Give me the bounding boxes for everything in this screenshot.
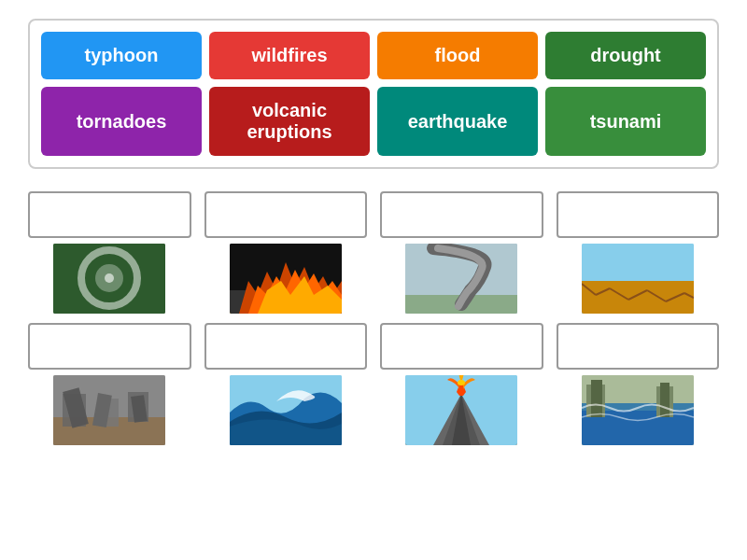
word-tile-volcanic-eruptions[interactable]: volcanic eruptions (209, 87, 370, 156)
drop-item-drop-flood (557, 323, 720, 445)
disaster-image-drop-drought (582, 244, 694, 314)
drop-zone-drop-tsunami[interactable] (204, 323, 368, 370)
word-tile-earthquake[interactable]: earthquake (377, 87, 538, 156)
svg-rect-41 (660, 383, 669, 417)
disaster-image-drop-tsunami (230, 375, 342, 445)
drop-zone-drop-flood[interactable] (557, 323, 720, 370)
word-tile-typhoon[interactable]: typhoon (41, 32, 202, 79)
drop-zone-drop-typhoon[interactable] (28, 191, 191, 238)
disaster-image-drop-typhoon (53, 244, 165, 314)
drop-rows (28, 191, 719, 445)
disaster-image-drop-earthquake (53, 375, 165, 445)
disaster-image-drop-flood (582, 375, 694, 445)
drop-item-drop-tsunami (204, 323, 368, 445)
drop-row-1 (28, 323, 719, 445)
word-tile-tornadoes[interactable]: tornadoes (41, 87, 202, 156)
drop-zone-drop-drought[interactable] (557, 191, 720, 238)
drop-item-drop-drought (557, 191, 720, 314)
svg-point-3 (105, 273, 114, 283)
drop-item-drop-typhoon (28, 191, 191, 314)
word-bank: typhoonwildfiresflooddroughttornadoesvol… (28, 19, 719, 169)
word-tile-drought[interactable]: drought (545, 32, 706, 79)
svg-point-34 (458, 380, 465, 385)
drop-zone-drop-earthquake[interactable] (28, 323, 191, 370)
disaster-image-drop-tornado (405, 244, 517, 314)
drop-row-0 (28, 191, 719, 314)
drop-zone-drop-volcano[interactable] (380, 323, 543, 370)
disaster-image-drop-volcano (405, 375, 517, 445)
main-container: typhoonwildfiresflooddroughttornadoesvol… (0, 0, 747, 464)
disaster-image-drop-wildfire (230, 244, 342, 314)
drop-item-drop-earthquake (28, 323, 191, 445)
word-tile-wildfires[interactable]: wildfires (209, 32, 370, 79)
word-tile-tsunami[interactable]: tsunami (545, 87, 706, 156)
svg-rect-39 (591, 380, 602, 417)
drop-item-drop-wildfire (204, 191, 368, 314)
drop-zone-drop-wildfire[interactable] (204, 191, 368, 238)
drop-item-drop-tornado (380, 191, 543, 314)
word-tile-flood[interactable]: flood (377, 32, 538, 79)
drop-zone-drop-tornado[interactable] (380, 191, 543, 238)
drop-item-drop-volcano (380, 323, 543, 445)
